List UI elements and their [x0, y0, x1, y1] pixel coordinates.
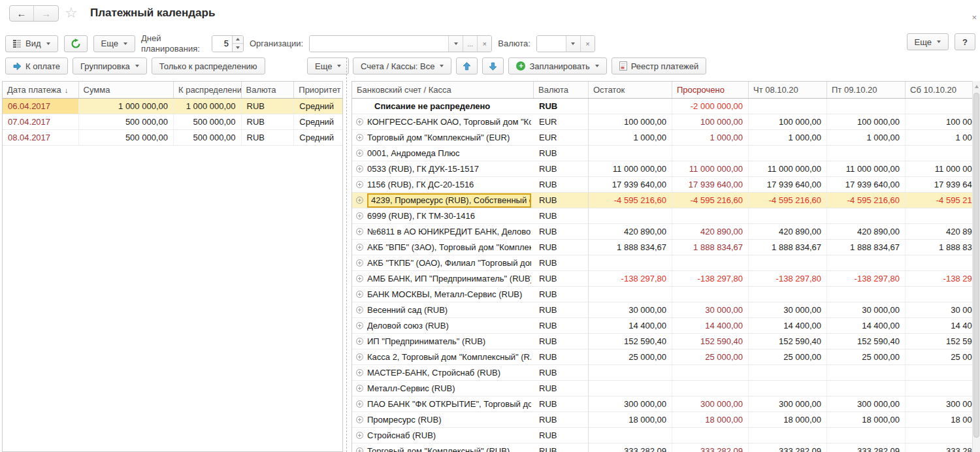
expand-icon[interactable]: [356, 150, 363, 157]
day3-cell[interactable]: 30 000,00: [906, 302, 972, 317]
expand-icon[interactable]: [356, 291, 363, 298]
day3-cell[interactable]: [906, 365, 972, 380]
column-header[interactable]: К распределению: [174, 82, 242, 98]
expand-icon[interactable]: [356, 447, 363, 452]
payment-row[interactable]: 08.04.2017500 000,00500 000,00RUBСредний: [3, 130, 342, 146]
expand-icon[interactable]: [356, 275, 363, 282]
expand-icon[interactable]: [356, 212, 363, 219]
expand-icon[interactable]: [356, 228, 363, 235]
account-name-cell[interactable]: 0533 (RUB), ГК ДУК-15-1517: [352, 161, 534, 176]
account-currency-cell[interactable]: RUB: [534, 334, 589, 349]
day3-cell[interactable]: 333 282,09: [906, 444, 972, 452]
back-button[interactable]: ←: [10, 6, 34, 21]
day1-cell[interactable]: [749, 208, 827, 223]
account-name-cell[interactable]: 6999 (RUB), ГК ТМ-30-1416: [352, 208, 534, 223]
expand-icon[interactable]: [356, 322, 363, 329]
day2-cell[interactable]: 30 000,00: [827, 302, 906, 317]
payment-dist-cell[interactable]: 500 000,00: [174, 114, 242, 129]
accounts-filter-button[interactable]: Счета / Кассы: Все: [353, 57, 451, 74]
day1-cell[interactable]: 100 000,00: [749, 114, 827, 129]
column-header[interactable]: Пт 09.10.20: [827, 82, 906, 98]
payment-priority-cell[interactable]: Средний: [294, 114, 342, 129]
payment-registry-button[interactable]: Реестр платежей: [612, 57, 707, 74]
account-currency-cell[interactable]: RUB: [534, 177, 589, 192]
account-currency-cell[interactable]: RUB: [534, 146, 589, 161]
day1-cell[interactable]: [749, 99, 827, 114]
overdue-cell[interactable]: 420 890,00: [672, 224, 749, 239]
payment-currency-cell[interactable]: RUB: [242, 99, 295, 114]
overdue-cell[interactable]: 333 282,09: [672, 444, 749, 452]
account-currency-cell[interactable]: EUR: [534, 130, 589, 145]
account-name-cell[interactable]: АКБ "ВПБ" (ЗАО), Торговый дом "Комплек..…: [352, 240, 534, 255]
account-row[interactable]: 6999 (RUB), ГК ТМ-30-1416RUB: [352, 208, 972, 224]
day2-cell[interactable]: 300 000,00: [827, 396, 906, 412]
account-row[interactable]: №6811 в АО ЮНИКРЕДИТ БАНК, Деловой...RUB…: [352, 224, 972, 240]
day3-cell[interactable]: 17 939 640,00: [906, 177, 972, 192]
day3-cell[interactable]: -4 595 216,60: [906, 193, 972, 208]
day2-cell[interactable]: [827, 365, 906, 380]
account-row[interactable]: Весенний сад (RUB)RUB30 000,0030 000,003…: [352, 302, 972, 318]
day3-cell[interactable]: 11 000 000,00: [906, 161, 972, 176]
day1-cell[interactable]: 14 400,00: [749, 318, 827, 333]
account-row[interactable]: АКБ "ТКПБ" (ОАО), Филиал "Торговый дом..…: [352, 255, 972, 271]
day1-cell[interactable]: [749, 146, 827, 161]
day2-cell[interactable]: [827, 287, 906, 302]
account-name-cell[interactable]: БАНК МОСКВЫ, Металл-Сервис (RUB): [352, 287, 534, 302]
overdue-cell[interactable]: 152 590,40: [672, 334, 749, 349]
column-header[interactable]: Просрочено: [672, 82, 749, 98]
account-currency-cell[interactable]: RUB: [534, 271, 589, 286]
organizations-browse-icon[interactable]: ...: [463, 36, 477, 52]
day1-cell[interactable]: 1 000,00: [749, 130, 827, 145]
balance-cell[interactable]: 152 590,40: [589, 334, 672, 349]
overdue-cell[interactable]: [672, 381, 749, 396]
days-planning-input[interactable]: [212, 36, 232, 52]
expand-icon[interactable]: [356, 181, 363, 188]
account-currency-cell[interactable]: RUB: [534, 99, 589, 114]
account-name-cell[interactable]: Торговый дом "Комплексный" (RUB): [352, 444, 534, 452]
day2-cell[interactable]: [827, 381, 906, 396]
account-currency-cell[interactable]: RUB: [534, 381, 589, 396]
overdue-cell[interactable]: [672, 255, 749, 270]
vertical-scrollbar[interactable]: [972, 81, 980, 452]
more-button-right[interactable]: Еще: [907, 33, 949, 50]
account-currency-cell[interactable]: RUB: [534, 396, 589, 412]
overdue-cell[interactable]: 18 000,00: [672, 412, 749, 427]
payment-date-cell[interactable]: 07.04.2017: [3, 114, 79, 129]
help-button[interactable]: ?: [955, 33, 975, 50]
balance-cell[interactable]: [589, 99, 672, 114]
day1-cell[interactable]: 30 000,00: [749, 302, 827, 317]
balance-cell[interactable]: 300 000,00: [589, 396, 672, 412]
balance-cell[interactable]: [589, 287, 672, 302]
expand-icon[interactable]: [356, 416, 363, 423]
account-name-cell[interactable]: Весенний сад (RUB): [352, 302, 534, 317]
more-button-left-panel[interactable]: Еще: [307, 57, 349, 74]
account-currency-cell[interactable]: RUB: [534, 302, 589, 317]
overdue-cell[interactable]: 14 400,00: [672, 318, 749, 333]
day1-cell[interactable]: -138 297,80: [749, 271, 827, 286]
balance-cell[interactable]: 1 000,00: [589, 130, 672, 145]
account-row[interactable]: 0533 (RUB), ГК ДУК-15-1517RUB11 000 000,…: [352, 161, 972, 177]
account-name-cell[interactable]: АКБ "ТКПБ" (ОАО), Филиал "Торговый дом..…: [352, 255, 534, 270]
day2-cell[interactable]: 100 000,00: [827, 114, 906, 129]
account-name-cell[interactable]: Торговый дом "Комплексный" (EUR): [352, 130, 534, 145]
column-header[interactable]: Банковский счет / Касса: [352, 82, 534, 98]
expand-icon[interactable]: [356, 118, 363, 125]
move-down-button[interactable]: [482, 57, 504, 74]
account-currency-cell[interactable]: RUB: [534, 287, 589, 302]
close-icon[interactable]: ×: [972, 13, 977, 22]
account-row[interactable]: 4239, Промресурс (RUB), Собственный сч..…: [352, 193, 972, 208]
overdue-cell[interactable]: 30 000,00: [672, 302, 749, 317]
day2-cell[interactable]: 333 282,09: [827, 444, 906, 452]
plan-button[interactable]: + Запланировать: [508, 57, 606, 74]
day1-cell[interactable]: -4 595 216,60: [749, 193, 827, 208]
balance-cell[interactable]: -4 595 216,60: [589, 193, 672, 208]
days-planning-stepper[interactable]: [212, 35, 244, 52]
account-name-cell[interactable]: Списание не распределено: [352, 99, 534, 114]
expand-icon[interactable]: [356, 134, 363, 141]
account-currency-cell[interactable]: RUB: [534, 208, 589, 223]
expand-icon[interactable]: [356, 432, 363, 439]
organizations-input[interactable]: [310, 36, 448, 52]
overdue-cell[interactable]: 100 000,00: [672, 114, 749, 129]
day3-cell[interactable]: 420 890,00: [906, 224, 972, 239]
balance-cell[interactable]: 25 000,00: [589, 349, 672, 364]
